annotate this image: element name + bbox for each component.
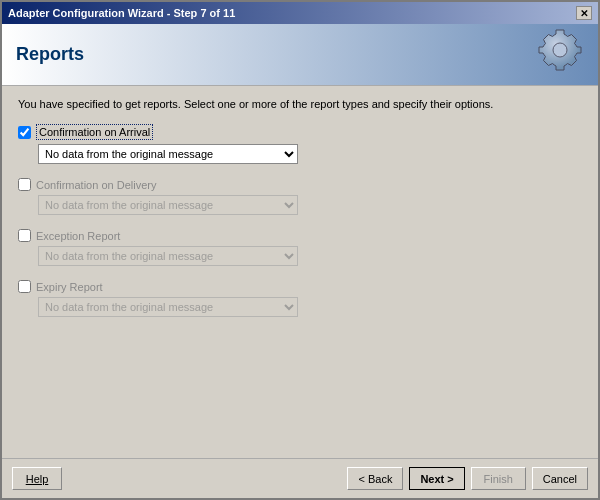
report-section-exception: Exception Report No data from the origin… (18, 229, 582, 266)
exception-checkbox[interactable] (18, 229, 31, 242)
back-button[interactable]: < Back (347, 467, 403, 490)
report-section-expiry: Expiry Report No data from the original … (18, 280, 582, 317)
expiry-checkbox[interactable] (18, 280, 31, 293)
arrival-checkbox[interactable] (18, 126, 31, 139)
window-title: Adapter Configuration Wizard - Step 7 of… (8, 7, 235, 19)
footer: Help < Back Next > Finish Cancel (2, 458, 598, 498)
expiry-dropdown-row: No data from the original message All da… (38, 297, 582, 317)
delivery-dropdown[interactable]: No data from the original message All da… (38, 195, 298, 215)
wizard-window: Adapter Configuration Wizard - Step 7 of… (0, 0, 600, 500)
arrival-dropdown-row: No data from the original message All da… (38, 144, 582, 164)
page-title: Reports (16, 44, 84, 65)
arrival-dropdown[interactable]: No data from the original message All da… (38, 144, 298, 164)
expiry-dropdown[interactable]: No data from the original message All da… (38, 297, 298, 317)
delivery-checkbox[interactable] (18, 178, 31, 191)
arrival-label: Confirmation on Arrival (36, 124, 153, 140)
exception-dropdown[interactable]: No data from the original message All da… (38, 246, 298, 266)
expiry-label: Expiry Report (36, 281, 103, 293)
delivery-dropdown-row: No data from the original message All da… (38, 195, 582, 215)
cancel-button[interactable]: Cancel (532, 467, 588, 490)
delivery-label: Confirmation on Delivery (36, 179, 156, 191)
next-button[interactable]: Next > (409, 467, 464, 490)
report-section-arrival: Confirmation on Arrival No data from the… (18, 124, 582, 164)
help-button[interactable]: Help (12, 467, 62, 490)
header-banner: Reports (2, 24, 598, 86)
arrival-checkbox-row: Confirmation on Arrival (18, 124, 582, 140)
description-text: You have specified to get reports. Selec… (18, 98, 582, 110)
title-bar: Adapter Configuration Wizard - Step 7 of… (2, 2, 598, 24)
expiry-checkbox-row: Expiry Report (18, 280, 582, 293)
delivery-checkbox-row: Confirmation on Delivery (18, 178, 582, 191)
svg-point-0 (553, 43, 567, 57)
finish-button[interactable]: Finish (471, 467, 526, 490)
footer-right: < Back Next > Finish Cancel (347, 467, 588, 490)
exception-label: Exception Report (36, 230, 120, 242)
exception-dropdown-row: No data from the original message All da… (38, 246, 582, 266)
footer-left: Help (12, 467, 62, 490)
report-section-delivery: Confirmation on Delivery No data from th… (18, 178, 582, 215)
gear-icon (536, 26, 584, 83)
content-area: You have specified to get reports. Selec… (2, 86, 598, 458)
close-button[interactable]: ✕ (576, 6, 592, 20)
exception-checkbox-row: Exception Report (18, 229, 582, 242)
